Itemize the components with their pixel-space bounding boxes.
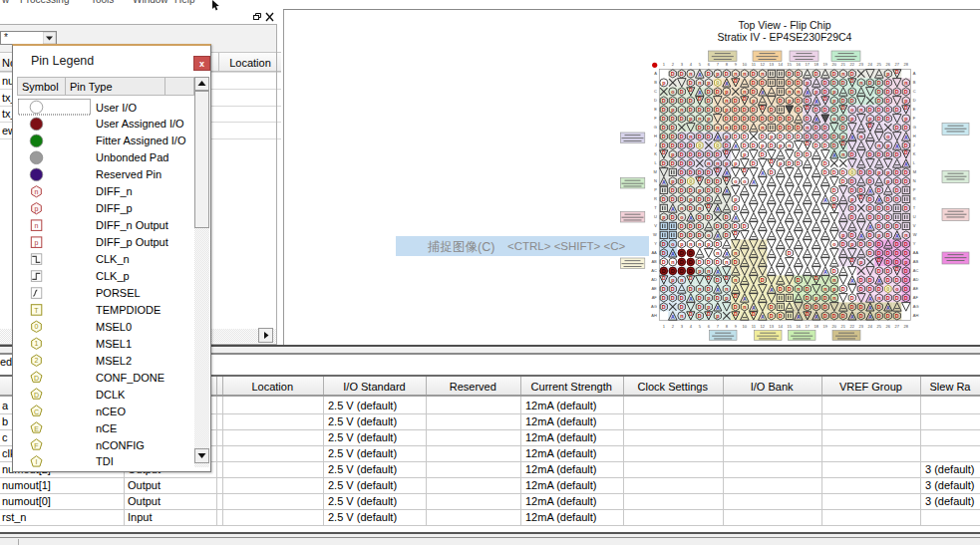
- svg-text:D: D: [725, 232, 729, 238]
- svg-text:D: D: [662, 116, 666, 122]
- svg-text:D: D: [832, 71, 836, 77]
- svg-text:D: D: [895, 266, 899, 272]
- svg-text:n: n: [734, 250, 737, 256]
- svg-text:D: D: [689, 275, 693, 281]
- svg-text:D: D: [707, 151, 711, 157]
- svg-text:D: D: [779, 313, 783, 319]
- svg-text:D: D: [859, 277, 863, 283]
- svg-text:K: K: [913, 151, 916, 156]
- svg-text:D: D: [815, 71, 818, 77]
- svg-text:AC: AC: [651, 268, 657, 273]
- svg-text:27: 27: [895, 324, 900, 329]
- svg-text:D: D: [788, 116, 792, 122]
- svg-text:D: D: [743, 107, 747, 113]
- svg-text:D: D: [662, 107, 666, 113]
- svg-text:D: D: [698, 134, 702, 139]
- svg-text:AD: AD: [913, 277, 919, 282]
- svg-text:D: D: [770, 158, 774, 164]
- svg-text:D: D: [904, 149, 908, 155]
- svg-text:D: D: [877, 304, 881, 310]
- svg-text:D: D: [761, 277, 765, 283]
- svg-text:D: D: [698, 107, 702, 113]
- svg-text:D: D: [716, 178, 720, 184]
- svg-text:C: C: [913, 89, 916, 94]
- svg-text:D: D: [797, 151, 801, 157]
- svg-text:D: D: [680, 196, 684, 202]
- svg-text:J: J: [655, 142, 657, 147]
- svg-text:A: A: [797, 314, 801, 320]
- svg-text:D: D: [743, 134, 747, 139]
- svg-text:D: D: [850, 232, 854, 238]
- svg-text:D: D: [841, 125, 845, 131]
- svg-text:28: 28: [904, 62, 909, 67]
- svg-text:A: A: [815, 99, 818, 105]
- svg-text:D: D: [788, 80, 792, 86]
- svg-text:TDI: TDI: [96, 455, 114, 467]
- svg-text:D: D: [886, 80, 890, 86]
- svg-text:R: R: [913, 196, 916, 201]
- svg-text:D: D: [877, 89, 881, 95]
- svg-text:D: D: [832, 268, 836, 274]
- svg-text:D: D: [680, 169, 684, 175]
- svg-text:V: V: [654, 223, 657, 228]
- svg-text:n: n: [35, 221, 39, 228]
- svg-text:D: D: [761, 116, 765, 122]
- svg-text:D: D: [904, 277, 908, 283]
- svg-text:A: A: [850, 278, 854, 284]
- svg-text:n: n: [743, 71, 746, 77]
- svg-text:A: A: [725, 81, 729, 87]
- svg-text:D: D: [850, 295, 854, 301]
- svg-text:9: 9: [735, 62, 738, 67]
- svg-text:A: A: [716, 233, 720, 239]
- svg-text:25: 25: [877, 324, 882, 329]
- svg-text:n: n: [832, 277, 835, 283]
- svg-text:4: 4: [690, 62, 693, 67]
- svg-text:E: E: [34, 424, 39, 431]
- svg-text:D: D: [868, 123, 872, 129]
- svg-text:D: D: [788, 134, 792, 139]
- svg-text:D: D: [716, 259, 720, 265]
- svg-text:D: D: [797, 134, 801, 139]
- svg-text:D: D: [734, 134, 738, 139]
- svg-text:10: 10: [743, 62, 748, 67]
- svg-text:D: D: [904, 105, 908, 111]
- svg-text:D: D: [788, 250, 792, 256]
- svg-text:D: D: [689, 223, 693, 229]
- svg-text:n: n: [904, 232, 907, 238]
- svg-text:D: D: [671, 116, 675, 122]
- svg-text:D: D: [823, 89, 827, 95]
- svg-text:D: D: [671, 196, 675, 202]
- svg-text:1: 1: [35, 340, 39, 347]
- svg-text:D: D: [859, 187, 863, 193]
- svg-text:D: D: [850, 178, 854, 184]
- svg-text:20: 20: [832, 324, 837, 329]
- svg-text:D: D: [823, 96, 827, 102]
- svg-text:D: D: [904, 205, 908, 211]
- svg-text:Y: Y: [913, 241, 916, 246]
- svg-text:D: D: [671, 71, 675, 77]
- svg-text:D: D: [707, 169, 711, 175]
- svg-text:D: D: [662, 160, 666, 166]
- svg-text:D: D: [904, 169, 908, 175]
- svg-text:16: 16: [797, 324, 802, 329]
- svg-text:A: A: [877, 278, 881, 284]
- svg-text:15: 15: [788, 62, 793, 67]
- svg-text:D: D: [689, 151, 693, 157]
- svg-text:D: D: [823, 80, 827, 86]
- svg-text:D: D: [689, 259, 693, 265]
- svg-text:11: 11: [752, 324, 757, 329]
- svg-text:D: D: [815, 142, 818, 148]
- svg-text:D: D: [698, 232, 702, 238]
- svg-text:D: D: [868, 277, 872, 283]
- svg-text:D: D: [823, 295, 827, 301]
- svg-text:A: A: [761, 170, 765, 176]
- svg-text:D: D: [662, 241, 666, 247]
- svg-text:19: 19: [823, 62, 828, 67]
- svg-text:D: D: [770, 313, 774, 319]
- svg-text:J: J: [913, 142, 915, 147]
- svg-text:17: 17: [806, 62, 811, 67]
- svg-text:D: D: [662, 295, 666, 301]
- svg-text:D: D: [770, 142, 774, 148]
- svg-text:n: n: [698, 241, 701, 247]
- svg-text:D: D: [797, 80, 801, 86]
